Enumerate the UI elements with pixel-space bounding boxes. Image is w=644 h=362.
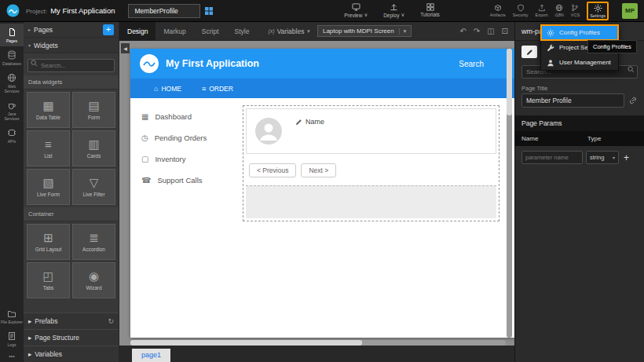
tab-markup[interactable]: Markup [156, 22, 193, 41]
page-structure-label: Page Structure [35, 334, 79, 342]
refresh-icon[interactable]: ↻ [108, 317, 114, 325]
artifacts-button[interactable]: Artifacts [490, 4, 506, 17]
nav-item-order[interactable]: ≡ ORDER [202, 85, 233, 93]
rail-item-web-services[interactable]: Web Services [0, 69, 24, 97]
widget-search-input[interactable] [27, 59, 115, 72]
i18n-button[interactable]: i18N [555, 4, 564, 17]
search-icon [628, 66, 635, 73]
widgets-panel-header[interactable]: ▾ Widgets [24, 38, 119, 53]
widget-label: Cards [87, 153, 101, 159]
rail-item-java-services[interactable]: Java Services [0, 97, 24, 124]
app-search-link[interactable]: Search [459, 60, 484, 68]
home-icon: ⌂ [154, 85, 158, 93]
side-item-support-calls[interactable]: ☎ Support Calls [130, 170, 229, 191]
widget-accordion[interactable]: ≣ Accordion [72, 224, 115, 260]
param-type-select[interactable]: string ▾ [586, 151, 619, 164]
gear-icon [547, 29, 554, 37]
side-item-inventory[interactable]: ▢ Inventory [130, 148, 229, 170]
widget-form[interactable]: ▤ Form [72, 92, 115, 128]
vertical-scrollbar-thumb[interactable] [507, 49, 512, 115]
app-header[interactable]: My First Application Search [130, 49, 514, 79]
widget-data-table[interactable]: ▦ Data Table [27, 92, 70, 128]
widget-live-filter[interactable]: ▽ Live Filter [72, 169, 115, 205]
pages-grid-icon[interactable] [204, 6, 214, 16]
device-selector[interactable]: Laptop with MDPI Screen ▾ [317, 25, 412, 37]
export-button[interactable]: Export [536, 4, 548, 17]
device-selector-value: Laptop with MDPI Screen [323, 27, 394, 35]
previous-page-button[interactable]: < Previous [249, 163, 296, 177]
next-page-button[interactable]: Next > [301, 163, 336, 177]
page-title-input[interactable] [521, 93, 624, 108]
left-panel: ▸ Pages + ▾ Widgets Data widgets ▦ Data … [24, 22, 119, 362]
side-item-label: Inventory [155, 155, 185, 163]
horizontal-scrollbar-thumb[interactable] [130, 340, 362, 346]
page-tab-page1[interactable]: page1 [132, 349, 170, 362]
nav-item-home[interactable]: ⌂ HOME [154, 85, 181, 93]
redo-icon[interactable]: ↷ [474, 27, 480, 35]
variables-panel-header[interactable]: ▸ Variables [24, 346, 119, 362]
rail-item-apis[interactable]: APIs [0, 124, 24, 147]
page-structure-panel-header[interactable]: ▸ Page Structure [24, 329, 119, 346]
rail-label: Java Services [0, 112, 24, 121]
add-param-button[interactable]: + [622, 152, 631, 163]
widget-list-item[interactable]: ≡ List [27, 130, 70, 166]
settings-label: Settings [590, 13, 606, 18]
widget-live-form[interactable]: ▧ Live Form [27, 169, 70, 205]
collapse-left-panel-button[interactable]: ◀ [121, 43, 130, 53]
user-avatar[interactable]: MP [622, 3, 638, 19]
tab-style[interactable]: Style [227, 22, 258, 41]
pages-panel-header[interactable]: ▸ Pages + [24, 22, 119, 38]
tab-design[interactable]: Design [119, 22, 156, 41]
param-row: string ▾ + [515, 146, 644, 169]
empty-content-strip[interactable] [246, 185, 496, 218]
horizontal-scrollbar[interactable] [130, 340, 506, 346]
more-options-icon[interactable]: ••• [9, 350, 14, 362]
widget-tabs[interactable]: ◰ Tabs [27, 262, 70, 298]
user-icon [547, 59, 554, 67]
param-name-input[interactable] [521, 151, 583, 164]
preview-button[interactable]: Preview∨ [344, 3, 368, 18]
undo-icon[interactable]: ↶ [459, 27, 466, 35]
name-field[interactable]: Name [295, 115, 324, 126]
settings-button[interactable]: Settings [587, 2, 609, 20]
folder-icon [7, 309, 16, 318]
accordion-icon: ≣ [89, 232, 99, 243]
column-type: Type [587, 135, 601, 142]
prefabs-panel-header[interactable]: ▸ Prefabs ↻ [24, 313, 119, 329]
bind-link-icon[interactable] [628, 96, 638, 105]
vcs-button[interactable]: VCS [571, 4, 580, 17]
widgets-header-label: Widgets [34, 42, 58, 49]
deploy-arrow-icon [390, 3, 398, 11]
params-table-header: Name Type [515, 131, 644, 146]
project-title: My First Application [50, 6, 115, 15]
side-item-dashboard[interactable]: ▦ Dashboard [130, 106, 229, 127]
page-selector[interactable]: MemberProfile [128, 4, 200, 18]
menu-item-user-management[interactable]: User Management [541, 55, 618, 70]
live-form-icon: ▧ [42, 177, 53, 188]
selected-widget-region[interactable]: Name < Previous Next > [243, 105, 499, 221]
avatar-placeholder[interactable] [254, 115, 283, 148]
tab-script[interactable]: Script [194, 22, 227, 41]
rail-item-databases[interactable]: Databases [0, 46, 24, 69]
data-widgets-section-label: Data widgets [24, 75, 119, 90]
deploy-label: Deploy [383, 13, 399, 18]
tutorials-button[interactable]: Tutorials [420, 3, 440, 18]
widget-cards[interactable]: ▥ Cards [72, 130, 115, 166]
preview-pane-icon[interactable]: ⊡ [502, 27, 508, 35]
rail-item-pages[interactable]: Pages [0, 24, 24, 46]
rail-item-logs[interactable]: Logs [0, 327, 24, 350]
rail-item-file-explorer[interactable]: File Explorer [0, 305, 24, 327]
variables-dropdown[interactable]: (x) Variables ▾ [268, 27, 309, 35]
widget-grid-layout[interactable]: ⊞ Grid Layout [27, 224, 70, 260]
split-view-icon[interactable]: ◫ [487, 27, 494, 35]
add-page-button[interactable]: + [103, 24, 114, 35]
security-button[interactable]: Security [513, 4, 529, 17]
side-item-pending-orders[interactable]: ◷ Pending Orders [130, 127, 229, 148]
edit-page-button[interactable] [521, 46, 537, 58]
vertical-scrollbar[interactable] [507, 49, 512, 338]
deploy-button[interactable]: Deploy∨ [383, 3, 404, 18]
member-card-widget[interactable]: Name [246, 108, 496, 154]
artifacts-box-icon [494, 4, 502, 12]
menu-item-config-profiles[interactable]: Config Profiles [541, 25, 618, 40]
widget-wizard[interactable]: ◉ Wizard [72, 262, 115, 298]
